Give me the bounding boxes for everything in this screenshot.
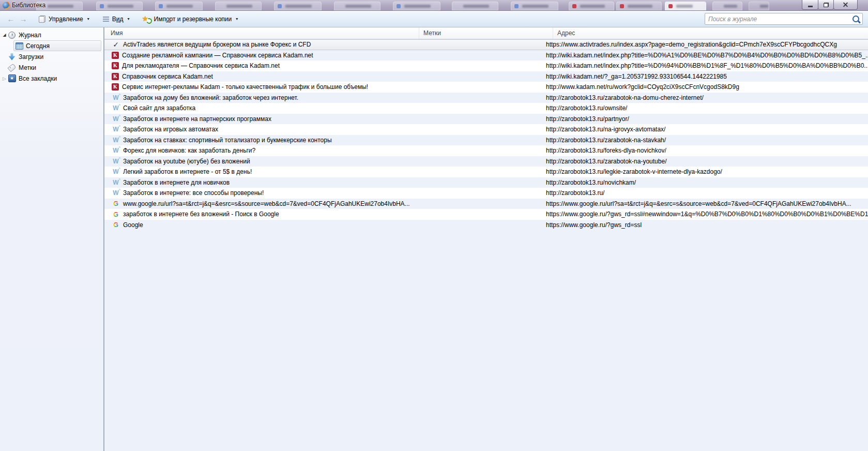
manage-button[interactable]: Управление ▾ bbox=[35, 14, 93, 24]
history-row[interactable]: W Заработок на игровых автоматах http://… bbox=[104, 124, 868, 135]
search-box bbox=[705, 13, 863, 25]
sidebar-item[interactable]: Загрузки bbox=[0, 51, 101, 62]
search-input[interactable] bbox=[708, 16, 849, 23]
row-name-cell: W Заработок в интернете: все способы про… bbox=[104, 189, 413, 197]
column-header-address[interactable]: Адрес bbox=[553, 27, 868, 39]
wp-icon: W bbox=[112, 115, 120, 123]
row-name-cell: W Заработок на дому без вложений: зарабо… bbox=[104, 94, 413, 102]
background-tab-active bbox=[665, 2, 706, 10]
row-name-cell: K Сервис интернет-рекламы Kadam - только… bbox=[104, 83, 413, 91]
background-tab bbox=[569, 2, 614, 10]
google-icon: G bbox=[112, 221, 120, 229]
tree-expander-icon[interactable] bbox=[1, 33, 8, 37]
kadam-icon: K bbox=[112, 52, 119, 59]
history-row[interactable]: W Легкий заработок в интернете - от 5$ в… bbox=[104, 167, 868, 177]
history-row[interactable]: K Создание рекламной кампании — Справочн… bbox=[104, 50, 868, 61]
tab-favicon bbox=[572, 4, 576, 8]
history-row[interactable]: K Сервис интернет-рекламы Kadam - только… bbox=[104, 82, 868, 93]
tree-expander-icon[interactable] bbox=[1, 76, 8, 81]
close-button[interactable] bbox=[833, 0, 858, 10]
sidebar-item[interactable]: Сегодня bbox=[13, 40, 101, 51]
view-list-icon bbox=[103, 17, 109, 22]
history-row[interactable]: W Форекс для новичков: как заработать де… bbox=[104, 145, 868, 156]
row-name-cell: G заработок в интернете без вложений - П… bbox=[104, 210, 413, 218]
table-header: Имя Метки Адрес bbox=[104, 27, 868, 39]
history-row[interactable]: G www.google.ru/url?sa=t&rct=j&q=&esrc=s… bbox=[104, 199, 868, 209]
sidebar-item-label: Сегодня bbox=[26, 42, 50, 50]
history-row[interactable]: W Заработок в интернете для новичков htt… bbox=[104, 177, 868, 188]
column-header-name[interactable]: Имя bbox=[104, 27, 419, 39]
row-title: Легкий заработок в интернете - от 5$ в д… bbox=[123, 168, 252, 175]
chevron-down-icon: ▾ bbox=[127, 17, 129, 21]
sidebar: Журнал Сегодня Загрузки Метки bbox=[0, 27, 104, 451]
row-address: http://zarobotok13.ru/legkie-zarabotok-v… bbox=[542, 168, 868, 175]
sidebar-item[interactable]: Все закладки bbox=[0, 73, 101, 84]
forward-button[interactable]: → bbox=[18, 14, 29, 24]
close-icon bbox=[843, 2, 848, 8]
google-icon: G bbox=[112, 200, 120, 208]
titlebar[interactable]: Библиотека bbox=[0, 0, 868, 11]
view-button[interactable]: Вид ▾ bbox=[99, 14, 133, 24]
history-row[interactable]: W Заработок на дому без вложений: зарабо… bbox=[104, 93, 868, 103]
background-tab bbox=[155, 2, 203, 10]
row-address: http://zarobotok13.ru/zarabotok-na-stavk… bbox=[542, 137, 868, 144]
window-title: Библиотека bbox=[12, 2, 45, 9]
row-title: Заработок на дому без вложений: заработо… bbox=[123, 94, 298, 101]
downloads-icon bbox=[8, 53, 16, 61]
manage-label: Управление bbox=[49, 16, 83, 23]
background-tab bbox=[712, 2, 742, 10]
row-address: http://zarobotok13.ru/novichkam/ bbox=[542, 179, 868, 186]
back-button[interactable]: ← bbox=[5, 14, 17, 24]
tab-favicon bbox=[159, 4, 163, 8]
kadam-icon: K bbox=[112, 83, 119, 91]
history-row[interactable]: W Заработок на youtube (ютубе) без вложе… bbox=[104, 156, 868, 167]
history-row[interactable]: W Свой сайт для заработка http://zarobot… bbox=[104, 103, 868, 114]
history-row[interactable]: W Заработок в интернете: все способы про… bbox=[104, 188, 868, 199]
row-title: Сервис интернет-рекламы Kadam - только к… bbox=[122, 83, 368, 91]
row-name-cell: K Для рекламодателя — Справочник сервиса… bbox=[104, 62, 413, 69]
background-tab bbox=[96, 2, 143, 10]
bookmarks-icon bbox=[8, 74, 16, 83]
sidebar-item-label: Журнал bbox=[19, 32, 41, 39]
manage-pages-icon bbox=[39, 16, 45, 23]
row-name-cell: W Легкий заработок в интернете - от 5$ в… bbox=[104, 168, 413, 176]
background-tab bbox=[452, 2, 498, 10]
sidebar-item-label: Загрузки bbox=[19, 53, 43, 61]
restore-icon bbox=[824, 3, 829, 7]
history-icon bbox=[8, 31, 16, 39]
history-row[interactable]: K Для рекламодателя — Справочник сервиса… bbox=[104, 61, 868, 71]
history-row[interactable]: ✓ ActivTrades является ведущим брокером … bbox=[104, 39, 868, 50]
row-address: http://zarobotok13.ru/partnyor/ bbox=[542, 115, 868, 123]
background-tab bbox=[334, 2, 380, 10]
row-name-cell: K Справочник сервиса Kadam.net bbox=[104, 73, 413, 80]
search-icon[interactable] bbox=[852, 16, 859, 22]
wp-icon: W bbox=[112, 136, 120, 144]
row-name-cell: W Свой сайт для заработка bbox=[104, 104, 413, 112]
sidebar-item[interactable]: Метки bbox=[0, 62, 101, 73]
column-header-tags[interactable]: Метки bbox=[419, 27, 553, 39]
wp-icon: W bbox=[112, 178, 120, 187]
wp-icon: W bbox=[112, 168, 120, 176]
import-backup-button[interactable]: Импорт и резервные копии ▾ bbox=[139, 13, 242, 25]
chevron-down-icon: ▾ bbox=[87, 17, 89, 21]
google-icon: G bbox=[112, 210, 120, 218]
history-list: ✓ ActivTrades является ведущим брокером … bbox=[104, 39, 868, 451]
history-row[interactable]: G заработок в интернете без вложений - П… bbox=[104, 209, 868, 220]
history-row[interactable]: W Заработок на ставках: спортивный тотал… bbox=[104, 135, 868, 146]
wp-icon: W bbox=[112, 104, 120, 112]
background-tab bbox=[616, 2, 662, 10]
restore-button[interactable] bbox=[818, 0, 834, 10]
history-row[interactable]: W Заработок в интернете на партнерских п… bbox=[104, 114, 868, 125]
library-window: Библиотека ← → Управление ▾ Вид ▾ Импорт… bbox=[0, 0, 868, 451]
minimize-icon bbox=[808, 6, 813, 7]
sidebar-item[interactable]: Журнал bbox=[0, 29, 101, 40]
row-name-cell: G www.google.ru/url?sa=t&rct=j&q=&esrc=s… bbox=[104, 200, 413, 208]
import-star-icon bbox=[142, 15, 151, 23]
row-name-cell: W Заработок на игровых автоматах bbox=[104, 125, 413, 133]
row-address: http://zarobotok13.ru/foreks-dlya-novich… bbox=[542, 147, 868, 154]
background-tab bbox=[393, 2, 440, 10]
minimize-button[interactable] bbox=[802, 0, 818, 10]
firefox-icon bbox=[3, 2, 9, 9]
history-row[interactable]: K Справочник сервиса Kadam.net http://wi… bbox=[104, 71, 868, 82]
history-row[interactable]: G Google https://www.google.ru/?gws_rd=s… bbox=[104, 220, 868, 231]
